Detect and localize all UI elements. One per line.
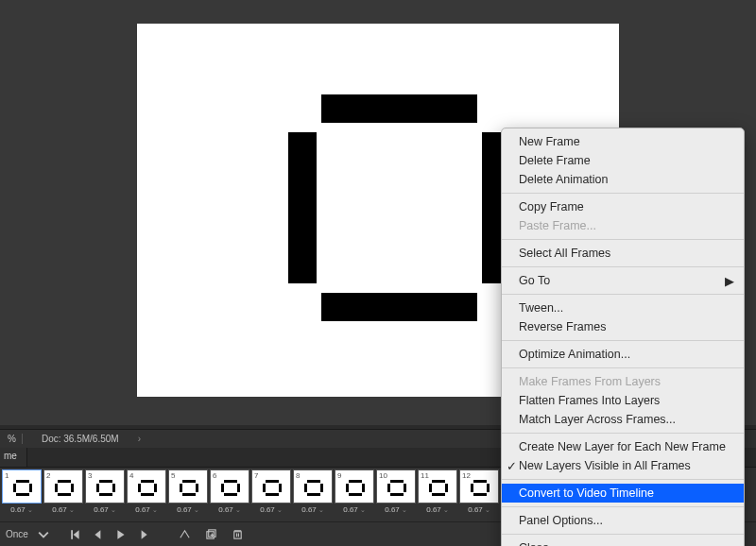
frame-thumbnail[interactable]: 8 0.67⌄ <box>293 469 333 514</box>
menu-copy-frame[interactable]: Copy Frame <box>502 197 744 216</box>
frame-duration[interactable]: 0.67⌄ <box>210 503 249 514</box>
menu-reverse[interactable]: Reverse Frames <box>502 317 744 336</box>
frame-duration[interactable]: 0.67⌄ <box>43 503 83 514</box>
shape-bottom <box>321 293 477 321</box>
menu-new-layers-visible[interactable]: ✓New Layers Visible in All Frames <box>502 456 744 475</box>
frame-thumbnail[interactable]: 11 0.67⌄ <box>418 469 457 514</box>
frame-thumbnail[interactable]: 12 0.67⌄ <box>459 469 499 514</box>
loop-caret-icon[interactable] <box>34 525 53 544</box>
menu-make-from-layers: Make Frames From Layers <box>502 372 744 391</box>
frame-duration[interactable]: 0.67⌄ <box>335 503 374 514</box>
doc-size-label: Doc: 36.5M/6.50M <box>42 434 119 444</box>
frame-thumbnail[interactable]: 4 0.67⌄ <box>127 469 166 514</box>
menu-separator <box>502 506 744 507</box>
timeline-panel-tab[interactable]: me <box>0 448 27 467</box>
menu-match-layer[interactable]: Match Layer Across Frames... <box>502 410 744 429</box>
shape-left <box>288 132 317 283</box>
menu-delete-frame[interactable]: Delete Frame <box>502 151 744 170</box>
menu-optimize[interactable]: Optimize Animation... <box>502 345 744 364</box>
timeline-context-menu[interactable]: New Frame Delete Frame Delete Animation … <box>501 128 745 546</box>
frame-thumbnail[interactable]: 1 0.67⌄ <box>2 469 42 514</box>
zoom-level[interactable]: % <box>8 434 23 444</box>
frame-duration[interactable]: 0.67⌄ <box>376 503 416 514</box>
prev-frame-button[interactable] <box>89 525 108 544</box>
status-arrow-icon[interactable]: › <box>138 434 141 444</box>
first-frame-button[interactable] <box>66 525 85 544</box>
submenu-arrow-icon: ▶ <box>725 274 734 288</box>
menu-create-new-layer[interactable]: Create New Layer for Each New Frame <box>502 437 744 456</box>
menu-separator <box>502 193 744 194</box>
menu-separator <box>502 367 744 368</box>
svg-rect-0 <box>71 530 73 539</box>
frame-thumbnail[interactable]: 6 0.67⌄ <box>210 469 249 514</box>
duplicate-frame-button[interactable] <box>201 524 222 545</box>
menu-new-frame[interactable]: New Frame <box>502 132 744 151</box>
loop-mode-select[interactable]: Once <box>6 529 28 539</box>
next-frame-button[interactable] <box>134 525 153 544</box>
frame-duration[interactable]: 0.67⌄ <box>293 503 333 514</box>
menu-panel-options[interactable]: Panel Options... <box>502 511 744 530</box>
shape-top <box>321 94 477 123</box>
transition-icon[interactable] <box>175 524 196 545</box>
frame-thumbnail[interactable]: 3 0.67⌄ <box>85 469 125 514</box>
frame-duration[interactable]: 0.67⌄ <box>418 503 457 514</box>
delete-frame-button[interactable] <box>228 524 249 545</box>
frame-duration[interactable]: 0.67⌄ <box>251 503 291 514</box>
frame-thumbnail[interactable]: 10 0.67⌄ <box>376 469 416 514</box>
check-icon: ✓ <box>507 459 517 473</box>
frame-duration[interactable]: 0.67⌄ <box>168 503 208 514</box>
menu-separator <box>502 266 744 267</box>
menu-flatten[interactable]: Flatten Frames Into Layers <box>502 391 744 410</box>
frame-thumbnail[interactable]: 5 0.67⌄ <box>168 469 208 514</box>
frame-duration[interactable]: 0.67⌄ <box>459 503 499 514</box>
frame-duration[interactable]: 0.67⌄ <box>127 503 166 514</box>
menu-select-all[interactable]: Select All Frames <box>502 244 744 263</box>
menu-tween[interactable]: Tween... <box>502 299 744 317</box>
menu-close[interactable]: Close <box>502 538 744 546</box>
svg-rect-5 <box>234 532 241 538</box>
menu-separator <box>502 479 744 480</box>
menu-separator <box>502 340 744 341</box>
frame-duration[interactable]: 0.67⌄ <box>85 503 125 514</box>
menu-separator <box>502 433 744 434</box>
frame-thumbnail[interactable]: 7 0.67⌄ <box>251 469 291 514</box>
frame-thumbnail[interactable]: 2 0.67⌄ <box>43 469 83 514</box>
menu-convert-to-video[interactable]: Convert to Video Timeline <box>502 484 744 503</box>
frame-duration[interactable]: 0.67⌄ <box>2 503 42 514</box>
frame-thumbnail[interactable]: 9 0.67⌄ <box>335 469 374 514</box>
menu-separator <box>502 294 744 295</box>
menu-separator <box>502 239 744 240</box>
menu-separator <box>502 534 744 535</box>
play-button[interactable] <box>112 525 130 544</box>
menu-go-to[interactable]: Go To▶ <box>502 271 744 290</box>
menu-delete-animation[interactable]: Delete Animation <box>502 170 744 189</box>
menu-paste-frame: Paste Frame... <box>502 216 744 235</box>
